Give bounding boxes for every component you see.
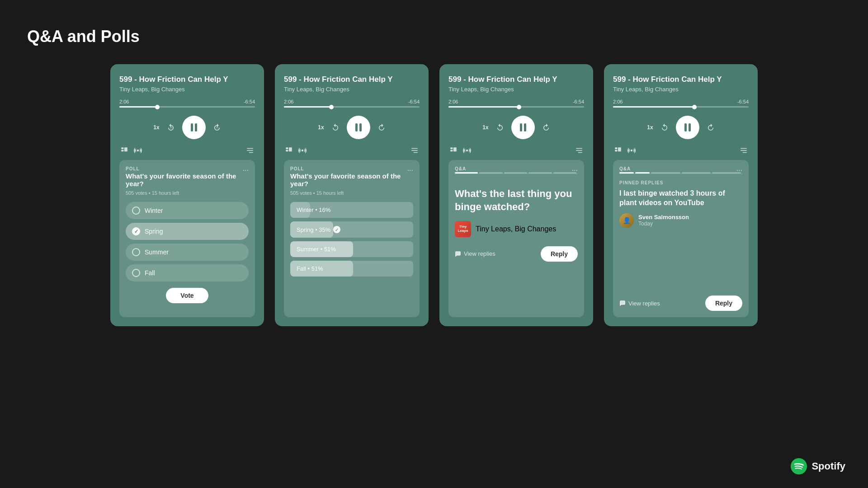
card4-time-remaining: -6:54 — [737, 99, 749, 104]
card2-question: What's your favorite season of the year? — [290, 172, 413, 188]
svg-rect-2 — [121, 148, 123, 150]
card4-time-elapsed: 2:06 — [613, 99, 623, 104]
svg-rect-25 — [618, 148, 621, 152]
card3-view-replies[interactable]: View replies — [455, 250, 495, 257]
card4-progress: 2:06 -6:54 — [613, 99, 749, 108]
card1-subtitle: Tiny Leaps, Big Changes — [119, 86, 255, 93]
card3-qa-tabs — [455, 172, 578, 174]
menu-icon4[interactable] — [740, 146, 748, 155]
card2-result-winter: Winter • 16% — [290, 202, 413, 218]
menu-icon[interactable] — [246, 146, 254, 155]
card2-result-fall-label: Fall • 51% — [297, 265, 323, 272]
card3-progress-dot — [517, 105, 521, 109]
vote-button[interactable]: Vote — [166, 288, 208, 303]
card4-tab-active2[interactable] — [635, 172, 650, 174]
podcast-icon3[interactable] — [463, 146, 471, 155]
card4-tab-3[interactable] — [651, 172, 680, 174]
card1-label-fall: Fall — [145, 269, 155, 277]
card2-panel-type: POLL — [290, 166, 413, 171]
card2-progress-dot — [329, 105, 334, 109]
svg-rect-18 — [453, 148, 457, 152]
card1-forward[interactable]: 15 — [213, 123, 221, 131]
card1-label-summer: Summer — [145, 249, 169, 256]
card1-radio-fall — [132, 269, 140, 277]
card4-tab-active[interactable] — [619, 172, 634, 174]
card3-reply-button[interactable]: Reply — [541, 246, 578, 262]
podcast-icon4[interactable] — [627, 146, 636, 155]
card3-progress: 2:06 -6:54 — [448, 99, 584, 108]
card3-content-panel: Q&A ··· What's the last thing you binge … — [448, 160, 584, 317]
card4-pause-button[interactable] — [676, 116, 699, 139]
card1-option-fall[interactable]: Fall — [126, 264, 249, 282]
card3-panel-type: Q&A — [455, 166, 578, 171]
svg-rect-9 — [286, 148, 288, 150]
card3-forward[interactable] — [542, 123, 550, 131]
svg-point-5 — [137, 150, 139, 152]
card3-tab-2[interactable] — [479, 172, 502, 174]
card3-title: 599 - How Friction Can Help Y — [448, 75, 584, 84]
card1-label-spring: Spring — [145, 228, 163, 235]
card1-bottom-icons — [119, 146, 255, 155]
card4-rewind[interactable] — [660, 123, 669, 131]
card3-progress-bar — [448, 106, 584, 108]
card4-tab-4[interactable] — [682, 172, 711, 174]
spotify-label: Spotify — [811, 460, 845, 472]
card3-panel-more[interactable]: ··· — [572, 166, 578, 174]
card1-rewind[interactable]: 15 — [167, 123, 175, 131]
svg-rect-16 — [450, 148, 453, 150]
card4-content-panel: Q&A ··· PINNED REPLIES I last binge watc… — [613, 160, 749, 317]
card1-label-winter: Winter — [145, 207, 163, 214]
card4-user-time: Today — [638, 221, 689, 227]
card1-option-summer[interactable]: Summer — [126, 244, 249, 261]
card1-pause-button[interactable] — [182, 116, 206, 139]
card1-option-spring[interactable]: ✓ Spring — [126, 223, 249, 240]
card1-progress: 2:06 -6:54 — [119, 99, 255, 108]
device-icon[interactable] — [120, 146, 128, 155]
card4-forward[interactable] — [707, 123, 715, 131]
card1-option-winter[interactable]: Winter — [126, 202, 249, 219]
card2-rewind[interactable] — [331, 123, 340, 131]
card4-view-replies[interactable]: View replies — [619, 300, 660, 307]
card1-time-elapsed: 2:06 — [119, 99, 129, 104]
card4-speed: 1x — [647, 124, 653, 131]
card3-time-remaining: -6:54 — [573, 99, 584, 104]
card2-forward[interactable] — [377, 123, 386, 131]
card4-reply-button[interactable]: Reply — [705, 296, 742, 311]
card3-controls: 1x — [448, 116, 584, 139]
card1-radio-winter — [132, 206, 140, 215]
card3-rewind[interactable] — [496, 123, 504, 131]
card1-radio-spring: ✓ — [132, 227, 140, 235]
card1-panel-more[interactable]: ··· — [243, 166, 249, 174]
card-qa-pinned: 599 - How Friction Can Help Y Tiny Leaps… — [604, 64, 758, 326]
card4-pinned-user: 👤 Sven Salmonsson Today — [619, 213, 742, 228]
menu-icon3[interactable] — [575, 146, 583, 155]
card3-tab-3[interactable] — [504, 172, 527, 174]
card4-view-replies-label: View replies — [628, 300, 660, 307]
device-icon4[interactable] — [614, 146, 622, 155]
card4-progress-fill — [613, 106, 694, 108]
card2-controls: 1x — [284, 116, 420, 139]
card2-panel-more[interactable]: ··· — [407, 166, 413, 174]
card3-tab-4[interactable] — [528, 172, 552, 174]
card2-time-remaining: -6:54 — [408, 99, 420, 104]
device-icon3[interactable] — [449, 146, 458, 155]
card1-progress-dot — [155, 105, 160, 109]
card2-result-spring: Spring • 35% ✓ — [290, 221, 413, 238]
card3-attr-name: Tiny Leaps, Big Changes — [476, 225, 556, 233]
podcast-icon[interactable] — [134, 146, 142, 155]
card3-tab-active[interactable] — [455, 172, 478, 174]
card2-title: 599 - How Friction Can Help Y — [284, 75, 420, 84]
card1-title: 599 - How Friction Can Help Y — [119, 75, 255, 84]
card3-pause-button[interactable] — [511, 116, 535, 139]
card4-panel-more[interactable]: ··· — [736, 166, 742, 174]
card2-pause-button[interactable] — [347, 116, 370, 139]
podcast-icon2[interactable] — [298, 146, 307, 155]
card3-subtitle: Tiny Leaps, Big Changes — [448, 86, 584, 93]
menu-icon2[interactable] — [410, 146, 419, 155]
card1-controls: 1x 15 15 — [119, 116, 255, 139]
card3-time-elapsed: 2:06 — [448, 99, 458, 104]
card-poll-vote: 599 - How Friction Can Help Y Tiny Leaps… — [110, 64, 264, 326]
device-icon2[interactable] — [285, 146, 293, 155]
page-title: Q&A and Polls — [0, 0, 868, 46]
card4-qa-tabs — [619, 172, 742, 174]
